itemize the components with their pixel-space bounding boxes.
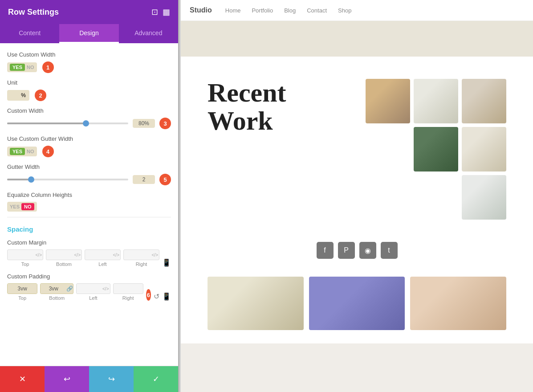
gutter-width-value[interactable]: 2 — [133, 175, 155, 184]
padding-right-label: Right — [122, 295, 134, 301]
bottom-image-1 — [208, 277, 304, 330]
main-content: Studio Home Portfolio Blog Contact Shop … — [181, 0, 533, 392]
gutter-yes-part: YES — [10, 148, 25, 155]
social-instagram[interactable]: ◉ — [359, 242, 376, 259]
layout-icon[interactable]: ▦ — [163, 7, 170, 17]
nav-blog[interactable]: Blog — [284, 7, 296, 14]
margin-bottom-input[interactable] — [46, 250, 73, 260]
divider — [7, 217, 171, 217]
image-3 — [462, 79, 506, 123]
tab-content[interactable]: Content — [0, 24, 59, 43]
equalize-col-label: Equalize Column Heights — [7, 192, 171, 198]
image-2 — [414, 79, 458, 123]
padding-left-label: Left — [89, 295, 97, 301]
gutter-width-thumb[interactable] — [28, 176, 34, 183]
panel-header-icons: ⊡ ▦ — [151, 7, 170, 17]
custom-width-track[interactable] — [7, 122, 128, 124]
no-part: NO — [27, 65, 34, 70]
expand-icon[interactable]: ⊡ — [151, 7, 158, 17]
margin-right-wrap: </> — [123, 249, 159, 260]
custom-padding-row: Top 🔗 Bottom </> Left Righ — [7, 283, 171, 301]
nav-shop[interactable]: Shop — [338, 7, 351, 14]
padding-device-icon[interactable]: 📱 — [162, 292, 171, 301]
hero-banner — [181, 21, 533, 57]
hero-title-line1: Recent — [208, 78, 286, 107]
unit-selector[interactable]: % — [7, 90, 29, 101]
margin-left-wrap: </> — [85, 249, 121, 260]
nav-portfolio[interactable]: Portfolio — [252, 7, 273, 14]
redo-button[interactable]: ↪ — [89, 366, 134, 392]
margin-right-input[interactable] — [124, 250, 151, 260]
equalize-col-row: YES NO — [7, 202, 171, 212]
margin-bottom-link[interactable]: </> — [73, 253, 81, 257]
eq-no-part: NO — [21, 203, 34, 210]
image-4 — [414, 127, 458, 172]
use-custom-gutter-label: Use Custom Gutter Width — [7, 135, 171, 142]
unit-symbol: % — [21, 92, 26, 98]
close-icon: ✕ — [19, 374, 26, 384]
yes-part: YES — [10, 64, 25, 71]
margin-left-input[interactable] — [85, 250, 112, 260]
tabs: Content Design Advanced — [0, 24, 178, 43]
custom-gutter-toggle[interactable]: YES NO — [7, 147, 37, 156]
close-button[interactable]: ✕ — [0, 366, 45, 392]
bottom-strip — [208, 277, 506, 330]
image-1 — [366, 79, 410, 123]
margin-device-icon[interactable]: 📱 — [162, 258, 171, 267]
padding-reset-icon[interactable]: ↺ — [154, 292, 159, 301]
nav-home[interactable]: Home — [225, 7, 241, 14]
nav-contact[interactable]: Contact — [307, 7, 327, 14]
custom-width-label: Custom Width — [7, 107, 171, 114]
margin-top-link[interactable]: </> — [35, 253, 43, 257]
equalize-col-toggle[interactable]: YES NO — [7, 202, 37, 212]
panel-header: Row Settings ⊡ ▦ — [0, 0, 178, 24]
padding-right-input[interactable] — [114, 284, 143, 294]
custom-width-toggle[interactable]: YES NO — [7, 62, 37, 72]
save-button[interactable]: ✓ — [134, 366, 178, 392]
margin-bottom-label: Bottom — [56, 261, 72, 267]
custom-margin-row: </> Top </> Bottom </> Left — [7, 249, 171, 267]
padding-bottom-label: Bottom — [49, 295, 65, 301]
padding-left-wrap: </> — [76, 283, 110, 294]
use-custom-gutter-row: YES NO 4 — [7, 146, 171, 157]
padding-bottom-wrap: 🔗 — [40, 283, 73, 294]
gutter-width-track[interactable] — [7, 179, 128, 180]
margin-left-link[interactable]: </> — [112, 253, 120, 257]
nav-items: Home Portfolio Blog Contact Shop — [225, 7, 352, 14]
unit-label: Unit — [7, 79, 171, 86]
panel-body: Use Custom Width YES NO 1 Unit % 2 Custo… — [0, 43, 178, 366]
undo-button[interactable]: ↩ — [45, 366, 89, 392]
margin-right-label: Right — [136, 261, 147, 267]
image-row-2 — [366, 127, 506, 172]
margin-bottom-cell: </> Bottom — [46, 249, 82, 267]
padding-top-input[interactable] — [8, 284, 37, 294]
padding-left-link[interactable]: </> — [102, 286, 110, 291]
social-pinterest[interactable]: P — [338, 242, 355, 259]
padding-bottom-input[interactable] — [41, 284, 66, 294]
social-facebook[interactable]: f — [317, 242, 334, 259]
eq-yes-part: YES — [10, 204, 20, 209]
badge-4: 4 — [42, 146, 54, 157]
use-custom-width-row: YES NO 1 — [7, 61, 171, 73]
padding-link-icon[interactable]: 🔗 — [66, 286, 73, 292]
padding-left-input[interactable] — [77, 284, 102, 294]
use-custom-width-label: Use Custom Width — [7, 51, 171, 58]
gutter-width-label: Gutter Width — [7, 163, 171, 170]
image-grid — [366, 79, 506, 220]
hero-inner: Recent Work — [208, 79, 506, 220]
gutter-width-fill — [7, 179, 31, 180]
margin-top-wrap: </> — [7, 249, 43, 260]
custom-width-thumb[interactable] — [83, 120, 89, 127]
image-6 — [462, 175, 506, 220]
bottom-image-3 — [410, 277, 506, 330]
margin-right-link[interactable]: </> — [151, 253, 159, 257]
hero-title-wrap: Recent Work — [208, 79, 357, 135]
padding-top-wrap — [7, 283, 37, 294]
padding-top-cell: Top — [7, 283, 37, 301]
badge-3: 3 — [159, 118, 171, 129]
social-twitter[interactable]: t — [381, 242, 398, 259]
tab-advanced[interactable]: Advanced — [119, 24, 178, 43]
tab-design[interactable]: Design — [59, 24, 118, 43]
custom-width-value[interactable]: 80% — [133, 119, 155, 128]
margin-top-input[interactable] — [8, 250, 35, 260]
